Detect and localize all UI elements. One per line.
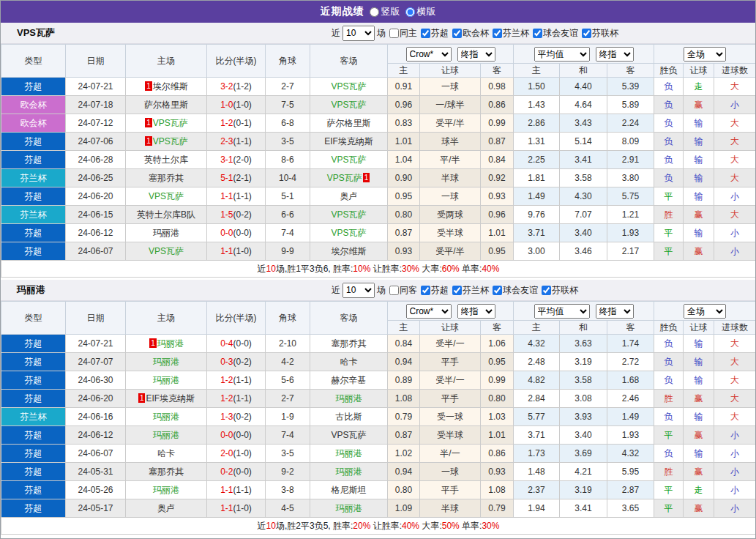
column-header: 日期: [66, 45, 126, 78]
away-team-name: VPS瓦萨: [331, 430, 366, 440]
sub-column-header: 主: [388, 321, 420, 335]
summary-segment: 大率:: [419, 264, 442, 274]
page: 近期战绩 竖版 横版 VPS瓦萨近10场同主芬超欧会杯芬兰杯球会友谊芬联杯类型日…: [0, 0, 756, 539]
corner-cell: 5-6: [266, 371, 310, 390]
match-row: 欧会杯24-07-18萨尔格里斯1-0(1-0)7-5VPS瓦萨0.96一/球半…: [1, 96, 756, 114]
odds-time-select[interactable]: 终指: [457, 304, 495, 319]
corner-cell: 6-6: [266, 206, 310, 224]
home-cell: 英特土尔库B队: [126, 206, 207, 224]
avg-away-cell: 2.87: [607, 481, 654, 499]
avg-source-select[interactable]: 平均值: [534, 304, 590, 319]
away-cell: VPS瓦萨: [310, 224, 388, 242]
odds-home-cell: 0.87: [388, 224, 420, 242]
league-checkbox[interactable]: [533, 29, 542, 38]
league-checkbox[interactable]: [421, 286, 430, 295]
fulltime-score: 1-3: [220, 412, 233, 422]
date-cell: 24-06-30: [66, 371, 126, 390]
away-team-name: VPS瓦萨: [327, 173, 362, 183]
team-name: VPS瓦萨: [17, 26, 55, 40]
summary-segment: 30%: [482, 521, 499, 531]
recent-count-select[interactable]: 10: [343, 26, 375, 41]
away-cell: VPS瓦萨: [310, 206, 388, 224]
score-cell: 0-0(0-0): [207, 426, 266, 445]
result-cell: 负: [654, 78, 684, 96]
home-cell: 英特土尔库: [126, 151, 207, 169]
type-cell: 芬兰杯: [1, 408, 66, 426]
same-venue-label: 同主: [400, 27, 417, 40]
avg-source-select[interactable]: 平均值: [534, 47, 590, 62]
same-venue-checkbox[interactable]: [389, 29, 399, 38]
date-cell: 24-06-12: [66, 426, 126, 445]
odds-away-cell: 0.87: [481, 133, 514, 151]
odds-home-cell: 0.91: [388, 78, 420, 96]
away-cell: VPS瓦萨: [310, 78, 388, 96]
match-row: 芬兰杯24-06-15英特土尔库B队1-5(0-2)6-6VPS瓦萨0.80受两…: [1, 206, 756, 224]
red-card-badge: 1: [363, 173, 370, 182]
home-cell: VPS瓦萨: [126, 187, 207, 206]
recent-label: 近: [332, 284, 340, 297]
result-cell: 负: [654, 114, 684, 133]
league-checkbox[interactable]: [452, 286, 462, 295]
odds-time-select[interactable]: 终指: [457, 47, 495, 62]
halftime-score: (0-2): [233, 412, 252, 422]
goals-result-cell: 小: [714, 96, 756, 114]
handicap-cell: 一球: [420, 187, 481, 206]
result-cell: 负: [654, 96, 684, 114]
sub-column-header: 和: [560, 321, 607, 335]
handicap-result-cell: 赢: [684, 206, 714, 224]
column-header: 客场: [310, 45, 388, 78]
avg-away-cell: 1.74: [607, 335, 654, 353]
score-cell: 1-2(0-1): [207, 114, 266, 133]
vertical-layout-radio[interactable]: [370, 7, 379, 17]
away-cell: 格尼斯坦: [310, 481, 388, 499]
scope-select[interactable]: 全场: [684, 47, 726, 62]
fulltime-score: 3-1: [220, 155, 233, 165]
goals-result-cell: 大: [714, 151, 756, 169]
scope-group-header: 全场: [654, 45, 756, 64]
odds-home-cell: 0.89: [388, 371, 420, 390]
type-cell: 欧会杯: [1, 114, 66, 133]
avg-group-header: 平均值终指: [514, 45, 654, 64]
odds-source-select[interactable]: Crow*: [406, 47, 452, 62]
type-cell: 芬超: [1, 390, 66, 408]
match-row: 芬超24-06-07哈卡2-0(1-0)3-5玛丽港1.02半/一0.861.7…: [1, 445, 756, 463]
halftime-score: (0-2): [233, 209, 252, 220]
league-checkbox[interactable]: [542, 286, 551, 295]
handicap-cell: 平手: [420, 481, 481, 499]
handicap-cell: 受一球: [420, 408, 481, 426]
home-cell: 玛丽港: [126, 371, 207, 390]
summary-segment: 场,胜1平3负6, 胜率:: [276, 264, 353, 274]
column-header: 日期: [66, 302, 126, 335]
odds-group-header: Crow*终指: [388, 302, 514, 321]
odds-source-select[interactable]: Crow*: [406, 304, 452, 319]
avg-time-select[interactable]: 终指: [596, 304, 634, 319]
match-row: 芬超24-07-07玛丽港0-3(0-2)4-2哈卡0.94平手0.952.48…: [1, 353, 756, 371]
score-cell: 2-0(1-0): [207, 445, 266, 463]
score-cell: 0-3(0-2): [207, 353, 266, 371]
sub-column-header: 和: [560, 64, 607, 78]
league-checkbox[interactable]: [421, 29, 430, 38]
avg-group-header: 平均值终指: [514, 302, 654, 321]
sub-column-header: 客: [481, 64, 514, 78]
halftime-score: (1-0): [233, 503, 252, 513]
date-cell: 24-06-25: [66, 169, 126, 187]
handicap-result-cell: 输: [684, 114, 714, 133]
type-cell: 芬超: [1, 242, 66, 261]
league-checkbox[interactable]: [493, 29, 502, 38]
horizontal-layout-radio[interactable]: [405, 7, 415, 17]
handicap-cell: 平手: [420, 353, 481, 371]
league-checkbox[interactable]: [493, 286, 502, 295]
league-checkbox[interactable]: [582, 29, 591, 38]
summary-segment: 10: [266, 521, 276, 531]
same-venue-checkbox[interactable]: [389, 286, 399, 295]
odds-away-cell: 1.03: [481, 408, 514, 426]
home-cell: VPS瓦萨: [126, 242, 207, 261]
recent-count-select[interactable]: 10: [343, 283, 375, 298]
scope-select[interactable]: 全场: [684, 304, 726, 319]
home-team-name: 玛丽港: [157, 338, 184, 349]
avg-time-select[interactable]: 终指: [596, 47, 634, 62]
result-cell: 负: [654, 371, 684, 390]
score-cell: 5-1(2-1): [207, 169, 266, 187]
halftime-score: (0-2): [233, 357, 252, 367]
league-checkbox[interactable]: [452, 29, 462, 38]
